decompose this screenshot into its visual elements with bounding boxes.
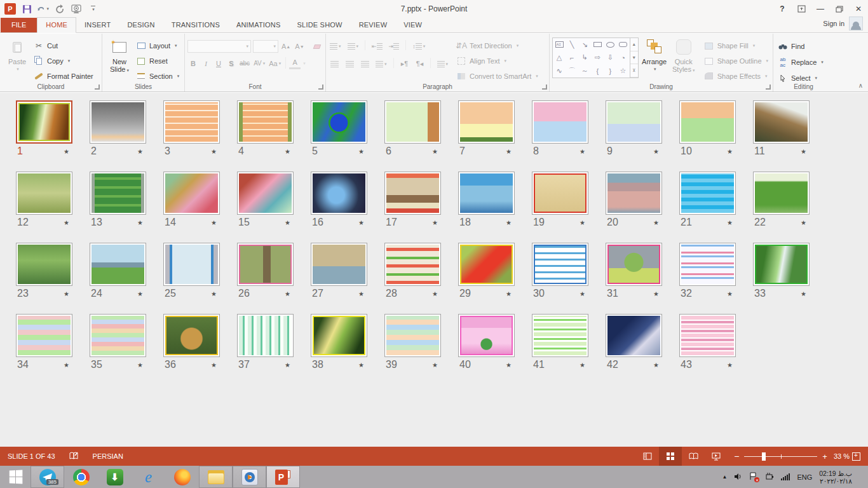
justify-button[interactable]: ▾ [374, 58, 388, 70]
volume-icon[interactable] [734, 473, 742, 482]
zoom-in-button[interactable]: + [822, 452, 827, 461]
slide-thumbnail[interactable] [679, 243, 736, 286]
slide-sorter-view-button[interactable] [659, 447, 682, 466]
strikethrough-button[interactable]: abc [238, 57, 251, 69]
zoom-slider[interactable] [744, 456, 817, 457]
right-arrow-shape-icon[interactable]: ⇨ [595, 53, 600, 62]
text-shadow-button[interactable]: S [226, 57, 237, 69]
slide-thumbnail[interactable] [16, 314, 72, 357]
zoom-percentage[interactable]: 33 % [834, 452, 850, 460]
shapes-more-icon[interactable]: ⊻ [630, 64, 638, 78]
shapes-scroll-down-icon[interactable]: ▼ [630, 51, 638, 65]
ribbon-display-options-button[interactable] [792, 0, 811, 18]
align-center-button[interactable] [344, 58, 355, 70]
slide-thumbnail[interactable] [16, 243, 72, 286]
slide-thumbnail[interactable] [90, 100, 146, 144]
slide-thumbnail[interactable] [237, 314, 294, 357]
slide-cell[interactable]: 10★ [679, 100, 753, 159]
language-indicator[interactable]: PERSIAN [93, 452, 123, 460]
slide-cell[interactable]: 11★ [753, 100, 827, 159]
replace-button[interactable]: abacReplace▾ [776, 56, 831, 68]
slide-cell[interactable]: 2★ [90, 100, 163, 159]
right-brace-shape-icon[interactable]: } [609, 67, 612, 75]
slide-thumbnail[interactable] [606, 314, 662, 357]
slide-thumbnail[interactable] [458, 100, 515, 144]
text-box-shape-icon[interactable]: A≡ [555, 41, 564, 48]
slide-thumbnail[interactable] [679, 172, 736, 215]
grow-font-button[interactable]: A▲ [280, 41, 292, 53]
slide-cell[interactable]: 8★ [532, 100, 606, 159]
slide-cell[interactable]: 12★ [16, 172, 90, 230]
decrease-indent-button[interactable]: ⇤ [370, 40, 384, 52]
customize-qat-icon[interactable]: ▾ [87, 3, 98, 15]
layout-button[interactable]: Layout▾ [134, 40, 181, 52]
shape-effects-button[interactable]: Shape Effects▾ [702, 70, 770, 82]
slide-thumbnail[interactable] [384, 172, 441, 215]
slide-cell[interactable]: 19★ [532, 172, 606, 230]
paste-button[interactable]: Paste ▾ [3, 36, 32, 82]
align-left-button[interactable] [329, 58, 340, 70]
slide-cell[interactable]: 7★ [458, 100, 532, 159]
shape-outline-button[interactable]: Shape Outline▾ [702, 55, 770, 67]
help-button[interactable]: ? [773, 0, 792, 18]
slide-show-view-button[interactable] [705, 447, 728, 466]
drawing-dialog-launcher-icon[interactable] [766, 85, 771, 90]
slide-cell[interactable]: 20★ [606, 172, 679, 230]
arrow-shape-icon[interactable]: ↘ [582, 41, 588, 49]
slide-thumbnail[interactable] [532, 243, 588, 286]
slide-cell[interactable]: 40★ [458, 314, 532, 372]
slide-thumbnail[interactable] [311, 243, 367, 286]
slide-thumbnail[interactable] [606, 100, 662, 144]
slide-cell[interactable]: 30★ [532, 243, 606, 301]
shapes-gallery[interactable]: A≡ ╲ ↘ △ ⌐ ↳ ⇨ ⇩ ◔ ∿ ⌒ ～ { } [552, 37, 639, 78]
slide-cell[interactable]: 15★ [237, 172, 311, 230]
slide-cell[interactable]: 43★ [679, 314, 753, 372]
star-shape-icon[interactable]: ☆ [620, 67, 627, 75]
restore-button[interactable] [830, 0, 849, 18]
taskbar-firefox-button[interactable] [165, 466, 199, 488]
slide-cell[interactable]: 6★ [384, 100, 458, 159]
slide-cell[interactable]: 27★ [311, 243, 384, 301]
slide-cell[interactable]: 35★ [90, 314, 163, 372]
slide-thumbnail[interactable] [532, 314, 588, 357]
slide-cell[interactable]: 28★ [384, 243, 458, 301]
action-center-flag-icon[interactable]: ✕ [749, 472, 757, 482]
reading-view-button[interactable] [682, 447, 705, 466]
slide-thumbnail[interactable] [237, 100, 294, 144]
left-brace-shape-icon[interactable]: { [597, 67, 599, 75]
slide-thumbnail[interactable] [753, 100, 810, 144]
spell-check-icon[interactable] [69, 452, 79, 461]
slide-thumbnail[interactable] [163, 314, 220, 357]
slide-cell[interactable]: 3★ [163, 100, 237, 159]
quick-styles-button[interactable]: Quick Styles▾ [670, 36, 697, 82]
underline-button[interactable]: U [213, 57, 224, 69]
tab-view[interactable]: VIEW [395, 18, 430, 32]
text-direction-button[interactable]: ⇵AText Direction▾ [454, 40, 540, 51]
slide-cell[interactable]: 18★ [458, 172, 532, 230]
slide-thumbnail[interactable] [237, 243, 294, 286]
pie-shape-icon[interactable]: ◔ [621, 54, 625, 62]
close-button[interactable]: ✕ [849, 0, 868, 18]
slide-cell[interactable]: 36★ [163, 314, 237, 372]
find-button[interactable]: Find [776, 40, 831, 52]
convert-to-smartart-button[interactable]: Convert to SmartArt▾ [454, 71, 540, 82]
start-button[interactable] [0, 466, 31, 488]
arc-shape-icon[interactable]: ⌒ [569, 66, 576, 76]
slide-cell[interactable]: 9★ [606, 100, 679, 159]
shapes-scroll-up-icon[interactable]: ▲ [630, 38, 638, 51]
clear-formatting-button[interactable] [311, 41, 323, 53]
slide-thumbnail[interactable] [311, 172, 367, 215]
slide-thumbnail[interactable] [311, 314, 367, 357]
tab-design[interactable]: DESIGN [119, 18, 163, 32]
tab-transitions[interactable]: TRANSITIONS [163, 18, 228, 32]
tab-slide-show[interactable]: SLIDE SHOW [289, 18, 351, 32]
elbow-arrow-shape-icon[interactable]: ↳ [582, 53, 588, 62]
select-button[interactable]: Select▾ [776, 72, 831, 84]
align-right-button[interactable] [359, 58, 370, 70]
shapes-gallery-scrollbar[interactable]: ▲ ▼ ⊻ [630, 38, 638, 78]
slide-cell[interactable]: 42★ [606, 314, 679, 372]
tab-file[interactable]: FILE [1, 18, 37, 32]
slide-thumbnail[interactable] [458, 243, 515, 286]
slide-cell[interactable]: 37★ [237, 314, 311, 372]
arrange-button[interactable]: Arrange ▾ [641, 36, 668, 82]
